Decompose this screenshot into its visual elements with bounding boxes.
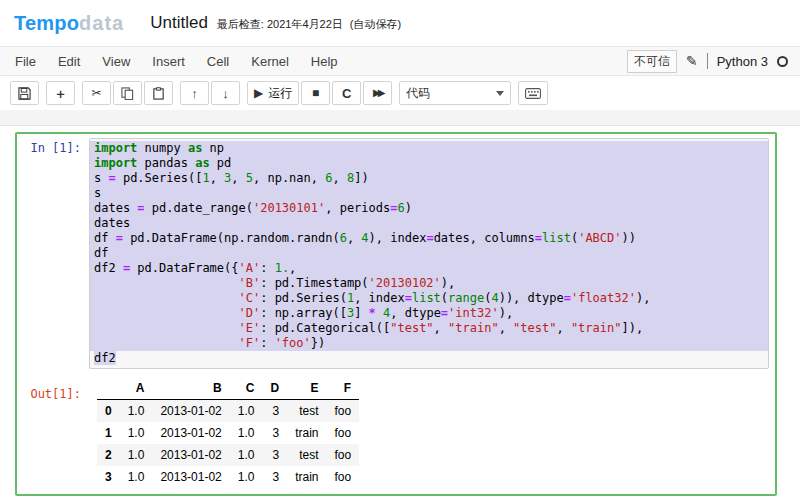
table-cell: 1.0 [230,422,263,444]
restart-run-all-button[interactable]: ▶▶ [363,81,392,105]
table-cell: foo [326,444,359,466]
header-bar: Tempodata Untitled 最后检查: 2021年4月22日 (自动保… [0,0,800,46]
table-body: 01.02013-01-021.03testfoo11.02013-01-021… [97,400,359,489]
table-cell: 2013-01-02 [152,444,229,466]
output-area: ABCDEF 01.02013-01-021.03testfoo11.02013… [89,377,359,488]
code-line: 'E': pd.Categorical(["test", "train", "t… [90,321,768,336]
table-header-cell [97,377,120,400]
menu-item-file[interactable]: File [4,50,47,73]
scissors-icon: ✂ [91,87,101,99]
table-cell: foo [326,400,359,423]
table-header-cell: C [230,377,263,400]
title-group: Untitled 最后检查: 2021年4月22日 (自动保存) [150,13,401,33]
code-line: import numpy as np [90,141,768,156]
table-row: 11.02013-01-021.03trainfoo [97,422,359,444]
table-cell: 3 [262,444,287,466]
save-button[interactable] [10,81,39,105]
table-cell: 1.0 [230,444,263,466]
row-index-cell: 1 [97,422,120,444]
table-header-cell: A [120,377,153,400]
table-header-cell: B [152,377,229,400]
app-logo[interactable]: Tempodata [14,12,124,35]
toolbar: ＋ ✂ ↑ ↓ ▶运行 ■ C ▶▶ 代码 [0,76,800,110]
row-index-cell: 3 [97,466,120,488]
code-line: 'B': pd.Timestamp('20130102'), [90,276,768,291]
table-cell: 1.0 [230,466,263,488]
menu-items: FileEditViewInsertCellKernelHelp [4,50,349,73]
edit-title-pencil-icon[interactable]: ✎ [686,53,698,69]
checkpoint-text: 最后检查: 2021年4月22日 [217,17,343,32]
arrow-down-icon: ↓ [222,87,229,100]
cut-cell-button[interactable]: ✂ [82,81,111,105]
kernel-name: Python 3 [717,54,768,69]
menu-item-kernel[interactable]: Kernel [240,50,300,73]
code-cell[interactable]: In [1]: import numpy as npimport pandas … [15,132,777,496]
table-cell: 2013-01-02 [152,400,229,423]
paste-cell-button[interactable] [144,81,173,105]
interrupt-kernel-button[interactable]: ■ [301,81,330,105]
keyboard-icon [525,88,541,99]
kernel-idle-icon [777,56,788,67]
move-cell-down-button[interactable]: ↓ [211,81,240,105]
code-lines: import numpy as npimport pandas as pds =… [90,141,768,366]
table-header-row: ABCDEF [97,377,359,400]
table-cell: 1.0 [230,400,263,423]
output-row: Out[1]: ABCDEF 01.02013-01-021.03testfoo… [17,377,769,488]
chevron-down-icon [496,91,504,96]
row-index-cell: 2 [97,444,120,466]
table-cell: 2013-01-02 [152,466,229,488]
table-cell: 1.0 [120,422,153,444]
table-cell: foo [326,466,359,488]
code-editor[interactable]: import numpy as npimport pandas as pds =… [89,138,769,369]
output-dataframe-table: ABCDEF 01.02013-01-021.03testfoo11.02013… [97,377,359,488]
table-cell: 3 [262,400,287,423]
paste-icon [152,87,165,100]
notebook-title[interactable]: Untitled [150,13,208,33]
code-line: 'F': 'foo'}) [90,336,768,351]
cell-type-dropdown[interactable]: 代码 [399,81,511,105]
notebook-container: In [1]: import numpy as npimport pandas … [0,126,800,496]
run-button[interactable]: ▶运行 [247,81,299,105]
logo-primary: Tempo [14,12,79,34]
menu-item-view[interactable]: View [91,50,141,73]
move-cell-up-button[interactable]: ↑ [180,81,209,105]
save-icon [18,87,31,100]
run-label: 运行 [268,87,292,99]
table-cell: test [287,400,326,423]
code-line: df2 = pd.DataFrame({'A': 1., [90,261,768,276]
fast-forward-icon: ▶▶ [373,88,382,98]
menu-item-insert[interactable]: Insert [141,50,196,73]
table-cell: 1.0 [120,444,153,466]
copy-icon [121,87,134,100]
code-line: 'D': np.array([3] * 4, dtype='int32'), [90,306,768,321]
code-line: df [90,246,768,261]
code-line: 'C': pd.Series(1, index=list(range(4)), … [90,291,768,306]
table-row: 31.02013-01-021.03trainfoo [97,466,359,488]
stop-icon: ■ [312,87,319,99]
autosave-text: (自动保存) [350,17,401,32]
arrow-up-icon: ↑ [191,87,198,100]
table-cell: 2013-01-02 [152,422,229,444]
input-prompt: In [1]: [17,138,89,369]
plus-icon: ＋ [54,87,67,100]
menu-item-help[interactable]: Help [300,50,349,73]
command-palette-button[interactable] [518,81,548,105]
copy-cell-button[interactable] [113,81,142,105]
restart-icon: C [342,87,351,100]
row-index-cell: 0 [97,400,120,423]
table-cell: train [287,422,326,444]
table-header-cell: D [262,377,287,400]
code-line: dates = pd.date_range('20130101', period… [90,201,768,216]
menu-item-cell[interactable]: Cell [196,50,240,73]
code-line: import pandas as pd [90,156,768,171]
table-cell: foo [326,422,359,444]
restart-kernel-button[interactable]: C [332,81,361,105]
output-prompt: Out[1]: [17,377,89,488]
menu-item-edit[interactable]: Edit [47,50,91,73]
code-line: dates [90,216,768,231]
logo-secondary: data [79,12,124,34]
code-line: s [90,186,768,201]
run-icon: ▶ [254,87,263,99]
trust-badge[interactable]: 不可信 [627,50,677,73]
insert-cell-button[interactable]: ＋ [46,81,75,105]
